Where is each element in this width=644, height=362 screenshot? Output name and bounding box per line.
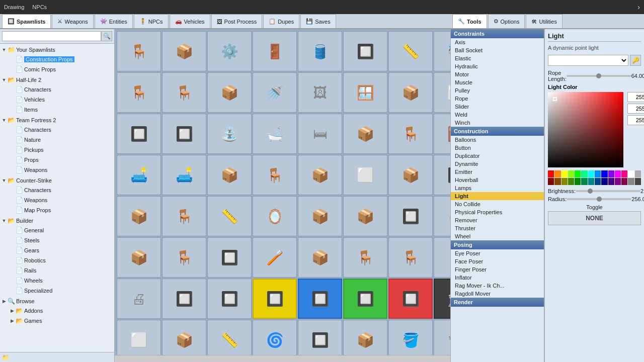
radius-slider[interactable] bbox=[567, 198, 631, 200]
grid-item[interactable]: ⬜ bbox=[117, 320, 161, 355]
tree-toggle-construction-props[interactable] bbox=[9, 56, 15, 62]
grid-item[interactable]: 🔲 bbox=[343, 279, 387, 319]
color-swatch[interactable] bbox=[595, 170, 601, 177]
tree-toggle-tf2[interactable]: ▼ bbox=[1, 117, 7, 123]
grid-item[interactable]: 🔲 bbox=[343, 31, 387, 71]
tree-toggle-spawnlists[interactable]: ▼ bbox=[1, 47, 7, 53]
tree-tf2-props[interactable]: 📄 Props bbox=[8, 155, 114, 165]
tab-npcs[interactable]: 🧍 NPCs bbox=[134, 14, 169, 28]
tab-saves[interactable]: 💾 Saves bbox=[300, 14, 336, 28]
grid-item[interactable]: 🛏 bbox=[298, 114, 342, 154]
grid-item[interactable]: 🪟 bbox=[343, 72, 387, 113]
grid-item[interactable]: 🛁 bbox=[253, 114, 297, 154]
grid-item[interactable]: 🟫 bbox=[434, 114, 450, 154]
construction-button[interactable]: Button bbox=[451, 144, 544, 152]
color-swatch[interactable] bbox=[635, 178, 641, 185]
grid-item[interactable]: 🔥 bbox=[434, 196, 450, 236]
color-swatch[interactable] bbox=[568, 170, 574, 177]
grid-item[interactable]: 🔲 bbox=[207, 237, 252, 278]
grid-item[interactable]: 🛋️ bbox=[162, 155, 206, 195]
color-swatch[interactable] bbox=[588, 170, 594, 177]
tree-bottom-icon[interactable]: 📁 bbox=[2, 354, 10, 361]
grid-item[interactable]: 🪑 bbox=[343, 237, 387, 278]
search-input[interactable] bbox=[2, 31, 101, 41]
color-swatch[interactable] bbox=[615, 170, 621, 177]
tree-tf2-characters[interactable]: 📄 Characters bbox=[8, 125, 114, 135]
construction-hoverball[interactable]: Hoverball bbox=[451, 176, 544, 184]
tree-comic-props[interactable]: 📄 Comic Props bbox=[8, 64, 114, 74]
construction-balloons[interactable]: Balloons bbox=[451, 136, 544, 144]
grid-item[interactable]: 🛋️ bbox=[117, 155, 161, 195]
color-swatch[interactable] bbox=[588, 178, 594, 185]
tree-builder-general[interactable]: 📄 General bbox=[8, 225, 114, 235]
grid-item[interactable]: 🪞 bbox=[253, 196, 297, 236]
tree-toggle-comic-props[interactable] bbox=[9, 66, 15, 72]
tree-tf2-weapons[interactable]: 📄 Weapons bbox=[8, 165, 114, 175]
tree-tf2-pickups[interactable]: 📄 Pickups bbox=[8, 145, 114, 155]
constraint-hydraulic[interactable]: Hydraulic bbox=[451, 62, 544, 70]
brightness-slider[interactable] bbox=[576, 190, 640, 192]
construction-light[interactable]: Light bbox=[451, 192, 544, 200]
grid-item[interactable]: 🪑 bbox=[434, 237, 450, 278]
grid-item[interactable]: 📦 bbox=[298, 155, 342, 195]
none-button[interactable]: NONE bbox=[548, 211, 641, 225]
grid-item[interactable]: 📏 bbox=[207, 320, 252, 355]
horizontal-scrollbar[interactable] bbox=[115, 355, 450, 362]
posing-ragdoll-mover[interactable]: Ragdoll Mover bbox=[451, 290, 544, 298]
constraint-motor[interactable]: Motor bbox=[451, 70, 544, 78]
grid-item[interactable]: 🗺 bbox=[434, 320, 450, 355]
grid-item[interactable]: 🔲 bbox=[162, 279, 206, 319]
light-key-icon[interactable]: 🔑 bbox=[630, 55, 641, 66]
color-swatch[interactable] bbox=[595, 178, 601, 185]
tab-vehicles[interactable]: 🚗 Vehicles bbox=[170, 14, 210, 28]
grid-item[interactable]: 🔲 bbox=[434, 155, 450, 195]
tree-your-spawnlists[interactable]: ▼ 📁 Your Spawnlists 📄 Construction Props bbox=[0, 45, 114, 75]
tree-builder-rails[interactable]: 📄 Rails bbox=[8, 265, 114, 276]
grid-item[interactable]: 🏛️ bbox=[434, 279, 450, 319]
color-swatch[interactable] bbox=[581, 178, 587, 185]
grid-item[interactable]: 🪣 bbox=[388, 320, 433, 355]
color-swatch[interactable] bbox=[635, 170, 641, 177]
tree-toggle-builder[interactable]: ▼ bbox=[1, 218, 7, 224]
red-input[interactable] bbox=[628, 93, 644, 102]
constraint-winch[interactable]: Winch bbox=[451, 119, 544, 127]
constraint-elastic[interactable]: Elastic bbox=[451, 54, 544, 62]
grid-item[interactable]: 📏 bbox=[388, 31, 433, 71]
grid-item[interactable]: 📦 bbox=[388, 72, 433, 113]
grid-item[interactable]: 🔲 bbox=[298, 320, 342, 355]
rope-length-slider[interactable] bbox=[567, 75, 631, 77]
constraint-rope[interactable]: Rope bbox=[451, 95, 544, 103]
grid-item[interactable]: 🚪 bbox=[253, 31, 297, 71]
color-swatch[interactable] bbox=[575, 178, 581, 185]
construction-thruster[interactable]: Thruster bbox=[451, 224, 544, 232]
light-type-dropdown[interactable] bbox=[548, 55, 628, 66]
tab-utilities[interactable]: 🛠 Utilities bbox=[526, 14, 562, 28]
color-swatch[interactable] bbox=[568, 178, 574, 185]
grid-item[interactable]: 📦 bbox=[388, 155, 433, 195]
tree-hl2-characters[interactable]: 📄 Characters bbox=[8, 84, 114, 95]
color-gradient-picker[interactable] bbox=[548, 92, 623, 167]
grid-item[interactable]: 📦 bbox=[343, 114, 387, 154]
blue-input[interactable] bbox=[628, 116, 644, 125]
grid-item[interactable]: 🌀 bbox=[253, 320, 297, 355]
grid-item[interactable]: 🪑 bbox=[117, 31, 161, 71]
grid-item[interactable]: 🪑 bbox=[253, 155, 297, 195]
tree-toggle-browse[interactable]: ▶ bbox=[1, 298, 7, 304]
tab-entities[interactable]: 👾 Entities bbox=[95, 14, 133, 28]
color-swatch[interactable] bbox=[581, 170, 587, 177]
tree-hl2-vehicles[interactable]: 📄 Vehicles bbox=[8, 95, 114, 105]
grid-item[interactable]: ⬜ bbox=[434, 72, 450, 113]
grid-item[interactable]: ⚙️ bbox=[207, 31, 252, 71]
color-swatch[interactable] bbox=[601, 170, 607, 177]
construction-lamps[interactable]: Lamps bbox=[451, 184, 544, 192]
grid-item[interactable]: 📦 bbox=[298, 237, 342, 278]
construction-wheel[interactable]: Wheel bbox=[451, 232, 544, 240]
grid-item[interactable]: 🔲 bbox=[207, 279, 252, 319]
grid-item[interactable]: 🪑 bbox=[388, 237, 433, 278]
grid-item[interactable]: 📦 bbox=[298, 196, 342, 236]
constraint-muscle[interactable]: Muscle bbox=[451, 78, 544, 86]
tree-cs-map-props[interactable]: 📄 Map Props bbox=[8, 205, 114, 215]
grid-item[interactable]: 🪣 bbox=[434, 31, 450, 71]
color-swatch[interactable] bbox=[621, 170, 627, 177]
grid-item[interactable]: 🛢️ bbox=[298, 31, 342, 71]
